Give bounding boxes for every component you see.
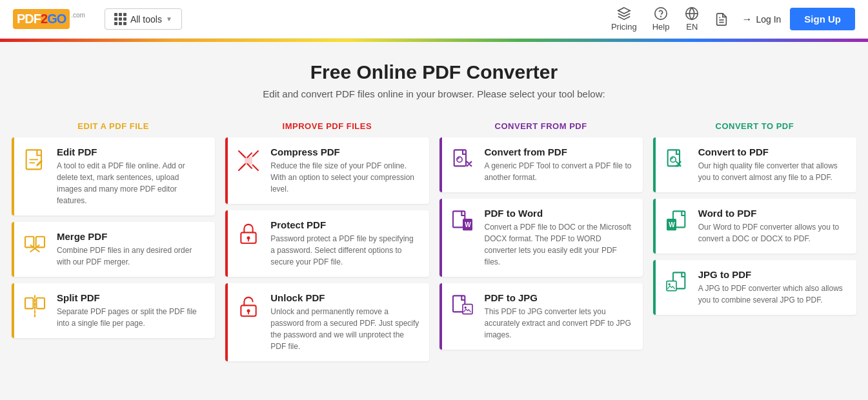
- tool-name: PDF to JPG: [485, 292, 634, 303]
- tool-description: A JPG to PDF converter which also allows…: [698, 283, 847, 306]
- svg-text:W: W: [465, 221, 471, 228]
- tool-description: Unlock and permanently remove a password…: [270, 306, 419, 352]
- svg-rect-17: [454, 150, 465, 166]
- tool-card-pdf-to-jpg[interactable]: PDF to JPGThis PDF to JPG converter lets…: [439, 283, 643, 350]
- tool-description: This PDF to JPG converter lets you accur…: [485, 306, 634, 341]
- svg-point-1: [661, 16, 661, 17]
- tool-card-pdf-to-word[interactable]: W PDF to WordConvert a PDF file to DOC o…: [439, 199, 643, 277]
- svg-point-24: [464, 306, 466, 308]
- header-nav: Pricing Help EN: [611, 6, 729, 32]
- tool-icon-pdf-to-word: W: [449, 208, 477, 236]
- tool-card-unlock-pdf[interactable]: Unlock PDFUnlock and permanently remove …: [225, 283, 429, 361]
- tool-icon-word-to-pdf: W: [662, 208, 691, 236]
- svg-point-0: [655, 8, 667, 19]
- tool-card-word-to-pdf[interactable]: W Word to PDFOur Word to PDF converter a…: [653, 199, 856, 254]
- signup-label: Sign Up: [804, 14, 841, 25]
- tool-description: Password protect a PDF file by specifyin…: [270, 233, 419, 268]
- svg-point-32: [668, 283, 670, 285]
- tool-card-convert-from-pdf[interactable]: Convert from PDFA generic PDF Tool to co…: [439, 137, 643, 192]
- tool-name: Edit PDF: [57, 146, 206, 157]
- help-icon: [654, 6, 668, 21]
- tool-info: Compress PDFReduce the file size of your…: [270, 146, 419, 195]
- tool-icon-split-pdf: [21, 292, 49, 321]
- login-button[interactable]: → Log In: [742, 14, 781, 25]
- tool-name: Split PDF: [57, 292, 206, 303]
- tool-info: Convert to PDFOur high quality file conv…: [698, 146, 847, 183]
- tool-card-jpg-to-pdf[interactable]: JPG to PDFA JPG to PDF converter which a…: [653, 260, 856, 315]
- column-header-edit: EDIT A PDF FILE: [12, 112, 215, 137]
- tool-name: Protect PDF: [270, 219, 419, 230]
- tool-name: Convert from PDF: [485, 146, 634, 157]
- hero-title: Free Online PDF Converter: [13, 61, 855, 83]
- tool-description: Reduce the file size of your PDF online.…: [270, 160, 419, 195]
- tool-info: PDF to JPGThis PDF to JPG converter lets…: [485, 292, 634, 341]
- column-convert-to: CONVERT TO PDF Convert to PDFOur high qu…: [648, 112, 862, 368]
- tool-info: Protect PDFPassword protect a PDF file b…: [270, 219, 419, 268]
- tool-info: JPG to PDFA JPG to PDF converter which a…: [698, 269, 847, 306]
- tool-name: Compress PDF: [270, 146, 419, 157]
- tool-info: PDF to WordConvert a PDF file to DOC or …: [485, 208, 634, 268]
- help-nav-item[interactable]: Help: [652, 6, 670, 32]
- history-icon: [714, 12, 729, 26]
- tool-name: JPG to PDF: [698, 269, 847, 280]
- tool-icon-convert-from-pdf: [449, 146, 477, 175]
- column-improve: IMPROVE PDF FILES Compress PDFReduce the…: [220, 112, 434, 368]
- tool-name: Merge PDF: [57, 231, 206, 242]
- tool-card-split-pdf[interactable]: Split PDFSeparate PDF pages or split the…: [12, 283, 215, 338]
- header: PDF2GO .com All tools ▼ Pricing: [0, 0, 868, 39]
- grid-icon: [114, 13, 126, 25]
- svg-text:W: W: [669, 221, 675, 228]
- tool-description: A generic PDF Tool to convert a PDF file…: [485, 160, 634, 183]
- tool-description: Combine PDF files in any desired order w…: [57, 245, 206, 268]
- tool-description: Our Word to PDF converter allows you to …: [698, 221, 847, 245]
- help-label: Help: [652, 22, 670, 32]
- tool-card-merge-pdf[interactable]: Merge PDFCombine PDF files in any desire…: [12, 222, 215, 277]
- tool-icon-pdf-to-jpg: [449, 292, 477, 321]
- tool-info: Word to PDFOur Word to PDF converter all…: [698, 208, 847, 245]
- tool-icon-compress-pdf: [234, 146, 263, 175]
- tool-description: A tool to edit a PDF file online. Add or…: [57, 160, 206, 206]
- login-label: Log In: [756, 14, 781, 25]
- logo-box: PDF2GO: [13, 9, 70, 29]
- tool-icon-merge-pdf: [21, 231, 49, 259]
- tool-info: Convert from PDFA generic PDF Tool to co…: [485, 146, 634, 183]
- hero-subtitle: Edit and convert PDF files online in you…: [13, 88, 855, 99]
- column-header-improve: IMPROVE PDF FILES: [225, 112, 429, 137]
- pricing-icon: [617, 6, 631, 21]
- pricing-label: Pricing: [611, 22, 637, 32]
- main-grid: EDIT A PDF FILE Edit PDFA tool to edit a…: [0, 112, 868, 374]
- tool-description: Separate PDF pages or split the PDF file…: [57, 306, 206, 329]
- tool-card-compress-pdf[interactable]: Compress PDFReduce the file size of your…: [225, 137, 429, 204]
- tool-info: Merge PDFCombine PDF files in any desire…: [57, 231, 206, 268]
- tool-name: PDF to Word: [485, 208, 634, 219]
- tool-name: Convert to PDF: [698, 146, 847, 157]
- all-tools-button[interactable]: All tools ▼: [105, 8, 182, 30]
- column-convert-from: CONVERT FROM PDF Convert from PDFA gener…: [434, 112, 648, 368]
- history-nav-item[interactable]: [714, 12, 729, 26]
- lang-label: EN: [686, 22, 698, 32]
- lang-nav-item[interactable]: EN: [685, 6, 699, 32]
- tool-card-convert-to-pdf[interactable]: Convert to PDFOur high quality file conv…: [653, 137, 856, 192]
- hero-section: Free Online PDF Converter Edit and conve…: [0, 42, 868, 112]
- signup-button[interactable]: Sign Up: [790, 8, 855, 30]
- logo-suffix: .com: [71, 12, 85, 19]
- svg-rect-8: [36, 237, 45, 248]
- tool-info: Split PDFSeparate PDF pages or split the…: [57, 292, 206, 329]
- column-edit: EDIT A PDF FILE Edit PDFA tool to edit a…: [6, 112, 220, 368]
- tool-name: Unlock PDF: [270, 292, 419, 303]
- pricing-nav-item[interactable]: Pricing: [611, 6, 637, 32]
- tool-info: Unlock PDFUnlock and permanently remove …: [270, 292, 419, 352]
- login-arrow-icon: →: [742, 14, 752, 25]
- tool-name: Word to PDF: [698, 208, 847, 219]
- tool-card-protect-pdf[interactable]: Protect PDFPassword protect a PDF file b…: [225, 210, 429, 277]
- svg-rect-23: [463, 305, 472, 314]
- tool-description: Our high quality file converter that all…: [698, 160, 847, 183]
- tool-card-edit-pdf[interactable]: Edit PDFA tool to edit a PDF file online…: [12, 137, 215, 215]
- column-header-convert-to: CONVERT TO PDF: [653, 112, 856, 137]
- svg-rect-31: [667, 281, 676, 291]
- column-header-convert-from: CONVERT FROM PDF: [439, 112, 643, 137]
- logo[interactable]: PDF2GO .com: [13, 9, 85, 29]
- tool-icon-edit-pdf: [21, 146, 49, 175]
- tool-icon-convert-to-pdf: [662, 146, 691, 175]
- svg-rect-7: [25, 237, 34, 248]
